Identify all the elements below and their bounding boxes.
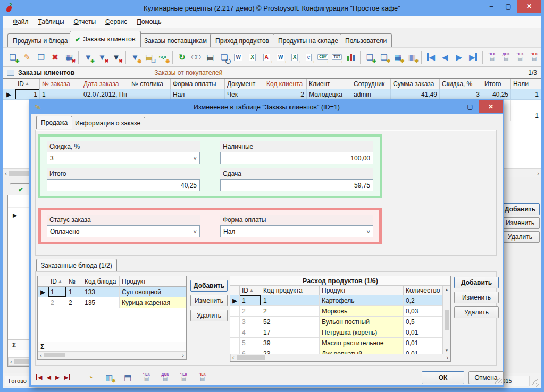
col-total[interactable]: Итого [482, 79, 511, 89]
detail-delete-button[interactable]: Удалить [500, 231, 540, 243]
export-csv-button[interactable]: CSV→ [316, 50, 329, 64]
payment-form-select[interactable]: Нал ˅ [220, 225, 373, 237]
add-column-button[interactable]: ❏✚ [363, 50, 376, 64]
export-pdf-button[interactable]: A→ [260, 50, 273, 64]
dishes-edit-button[interactable]: Изменить [190, 295, 228, 306]
calculator-button[interactable]: ◔ [84, 370, 97, 384]
orders-row-selected[interactable]: ▶ 1 1 02.07.2012, Пн Нал Чек 2 Молодецка… [3, 89, 541, 100]
notes-button[interactable]: ▤ [121, 370, 135, 384]
sql-filter-button[interactable]: SQL◉ [157, 50, 170, 64]
record-prev-button[interactable]: ◀ [46, 373, 51, 381]
tab-client-orders[interactable]: ✔Заказы клиентов [70, 31, 141, 47]
detail-edit-button[interactable]: Изменить [500, 217, 540, 229]
filter-clear-button[interactable]: ▼✖ [110, 50, 122, 64]
main-titlebar[interactable]: Кулинарные рецепты (2.217 демо) © Prosto… [0, 0, 544, 16]
dishes-row-selected[interactable]: ▶ 1 1 133 Суп овощной [38, 287, 186, 297]
scrollbar-thumb[interactable] [445, 310, 449, 330]
dialog-maximize-button[interactable]: ▢ [462, 100, 479, 113]
dialog-close-button[interactable]: ✕ [479, 100, 503, 113]
menu-reports[interactable]: Отчеты [69, 16, 101, 27]
report-chek2-button[interactable]: ЧЕК▤ [514, 50, 526, 64]
col-table-no[interactable]: № столика [129, 79, 171, 89]
form-properties-button[interactable]: ▥✱ [406, 50, 419, 64]
nav-first-button[interactable]: ◀ [424, 50, 437, 64]
filter-remove-button[interactable]: ▼✖ [96, 50, 108, 64]
nav-last-button[interactable]: ▶ [466, 50, 479, 64]
edit-record-button[interactable]: ✎ [20, 50, 33, 64]
print-button[interactable]: ▤ [204, 50, 216, 64]
dialog-resize-grip[interactable] [495, 378, 502, 385]
products-row-selected[interactable]: ▶ 1 1 Картофель 0,2 [230, 295, 442, 306]
report-dok-button[interactable]: ДОК▤ [499, 50, 512, 64]
menu-service[interactable]: Сервис [101, 16, 132, 27]
col-payment-form[interactable]: Форма оплаты [171, 79, 225, 89]
col-employee[interactable]: Сотрудник [351, 79, 391, 89]
chart-button[interactable] [345, 50, 357, 64]
tab-supplier-orders[interactable]: Заказы поставщикам [139, 33, 212, 47]
discount-select[interactable]: 3 ˅ [47, 152, 200, 164]
scroll-left-icon[interactable]: ‹ [40, 352, 42, 359]
delete-table-records-button[interactable]: ▦✖ [63, 50, 76, 64]
report-chek1-button[interactable]: ЧЕК▤ [486, 50, 498, 64]
order-status-select[interactable]: Оплачено ˅ [47, 225, 200, 237]
tab-products-dishes[interactable]: Продукты и блюда [7, 33, 73, 47]
nav-prev-button[interactable]: ◀ [439, 50, 451, 64]
col-discount[interactable]: Скидка, % [440, 79, 482, 89]
dishes-delete-button[interactable]: Удалить [190, 310, 228, 321]
export-excel-button[interactable]: X→ [288, 50, 301, 64]
col-dish-code[interactable]: Код блюда [82, 276, 120, 287]
export-html-button[interactable]: e→ [302, 50, 315, 64]
dishes-row[interactable]: 2 2 135 Курица жареная [38, 297, 186, 308]
ok-button[interactable]: ОК [422, 371, 464, 384]
export-txt-button[interactable]: TXT→ [330, 50, 343, 64]
products-row-partial[interactable]: 6 23 Лук репчатый 0,01 [230, 348, 442, 354]
products-edit-button[interactable]: Изменить [454, 292, 499, 303]
dishes-add-button[interactable]: Добавить [190, 280, 228, 292]
filter-view-button[interactable]: ▼◉ [129, 50, 141, 64]
tab-product-arrival[interactable]: Приход продуктов [210, 33, 274, 47]
scroll-down-icon[interactable]: ▾ [446, 347, 448, 353]
record-next-button[interactable]: ▶ [55, 373, 60, 381]
dialog-report-chek2-button[interactable]: ЧЕК▤ [177, 370, 190, 384]
report-chek3-button[interactable]: ЧЕК▤ [528, 50, 540, 64]
print-preview-button[interactable]: ❏◯ [218, 50, 231, 64]
nav-next-button[interactable]: ▶ [453, 50, 465, 64]
products-delete-button[interactable]: Удалить [454, 306, 499, 318]
dialog-titlebar[interactable]: ✎ Изменение в таблице "Заказы клиентов" … [30, 100, 503, 114]
col-quantity[interactable]: Количество [404, 286, 442, 295]
column-properties-button[interactable]: ❏✱ [378, 50, 390, 64]
delete-record-button[interactable]: ✖ [48, 50, 61, 64]
maximize-button[interactable]: ▢ [500, 0, 517, 13]
products-row[interactable]: 5 39 Масло растительное 0,01 [230, 338, 442, 348]
close-button[interactable]: ✕ [517, 0, 541, 13]
products-row[interactable]: 2 2 Морковь 0,03 [230, 306, 442, 317]
col-order-sum[interactable]: Сумма заказа [391, 79, 440, 89]
dialog-tab-sale[interactable]: Продажа [36, 116, 72, 129]
export-word-button[interactable]: W→ [274, 50, 287, 64]
cash-input[interactable]: 100,00 [220, 152, 373, 164]
dialog-tab-order-info[interactable]: Информация о заказе [70, 117, 145, 129]
col-client[interactable]: Клиент [307, 79, 351, 89]
menu-help[interactable]: Помощь [132, 16, 166, 27]
col-cash[interactable]: Нали [511, 79, 541, 89]
menu-tables[interactable]: Таблицы [34, 16, 69, 27]
open-word-button[interactable]: W [232, 50, 245, 64]
scroll-up-icon[interactable]: ▴ [446, 287, 448, 292]
products-row[interactable]: 3 52 Бульон постный 0,5 [230, 317, 442, 327]
detail-add-button[interactable]: Добавить [500, 203, 540, 215]
menu-file[interactable]: Файл [8, 16, 34, 27]
tab-products-in-stock[interactable]: Продукты на складе [273, 33, 344, 47]
col-document[interactable]: Документ [225, 79, 264, 89]
col-no[interactable]: № [66, 276, 82, 287]
form-view-button[interactable]: ▥✱ [103, 370, 116, 384]
tab-users[interactable]: Пользователи [340, 33, 392, 47]
resize-grip[interactable] [532, 379, 539, 387]
record-last-button[interactable]: ▶ [64, 373, 70, 381]
minimize-button[interactable]: – [483, 0, 500, 13]
col-order-no[interactable]: № заказа [40, 79, 81, 89]
scrollbar-thumb[interactable] [44, 353, 65, 357]
col-product[interactable]: Продукт [320, 286, 404, 295]
dialog-report-dok-button[interactable]: ДОК▤ [158, 370, 172, 384]
scrollbar-thumb[interactable] [237, 355, 265, 360]
col-id[interactable]: ID▲ [48, 276, 66, 287]
